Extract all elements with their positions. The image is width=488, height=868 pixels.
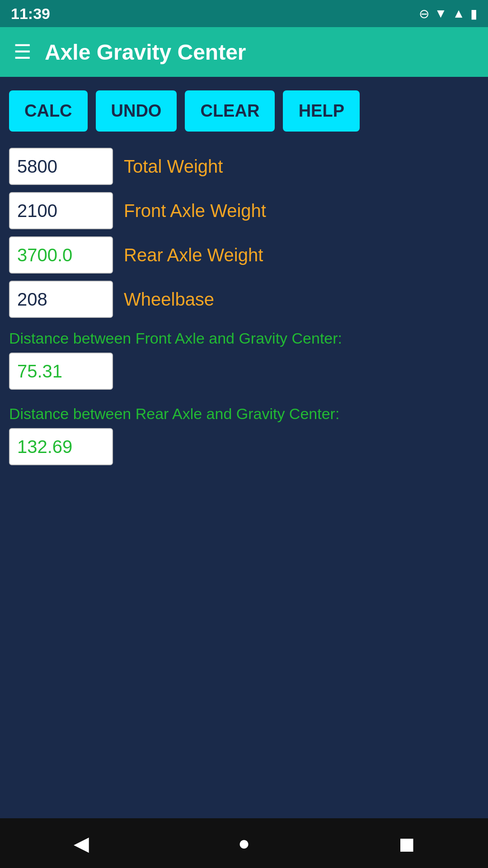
toolbar: CALC UNDO CLEAR HELP (9, 90, 479, 132)
status-time: 11:39 (11, 5, 50, 23)
total-weight-label: Total Weight (124, 156, 223, 177)
rear-axle-weight-input[interactable] (9, 236, 113, 274)
front-axle-weight-row: Front Axle Weight (9, 192, 479, 229)
app-bar: ☰ Axle Gravity Center (0, 27, 488, 77)
wifi-icon: ▼ (435, 6, 447, 21)
wheelbase-input[interactable] (9, 281, 113, 318)
clear-button[interactable]: CLEAR (185, 90, 275, 132)
recent-button[interactable]: ◼ (389, 825, 425, 861)
notification-icon: ⊖ (419, 6, 429, 21)
help-button[interactable]: HELP (283, 90, 360, 132)
rear-axle-weight-row: Rear Axle Weight (9, 236, 479, 274)
wheelbase-label: Wheelbase (124, 289, 214, 310)
front-distance-label: Distance between Front Axle and Gravity … (9, 330, 479, 347)
rear-distance-value (9, 428, 113, 465)
total-weight-input[interactable] (9, 148, 113, 185)
undo-button[interactable]: UNDO (96, 90, 177, 132)
front-axle-weight-input[interactable] (9, 192, 113, 229)
battery-icon: ▮ (470, 6, 477, 21)
status-icons: ⊖ ▼ ▲ ▮ (419, 6, 477, 21)
main-content: CALC UNDO CLEAR HELP Total Weight Front … (0, 77, 488, 818)
front-axle-weight-label: Front Axle Weight (124, 201, 266, 221)
front-distance-value (9, 353, 113, 390)
signal-icon: ▲ (452, 6, 465, 21)
home-button[interactable]: ● (226, 825, 262, 861)
calc-button[interactable]: CALC (9, 90, 88, 132)
rear-axle-weight-label: Rear Axle Weight (124, 245, 263, 265)
wheelbase-row: Wheelbase (9, 281, 479, 318)
menu-icon[interactable]: ☰ (14, 42, 31, 62)
front-distance-row (9, 353, 479, 393)
total-weight-row: Total Weight (9, 148, 479, 185)
status-bar: 11:39 ⊖ ▼ ▲ ▮ (0, 0, 488, 27)
back-button[interactable]: ◀ (63, 825, 99, 861)
rear-distance-row (9, 428, 479, 469)
nav-bar: ◀ ● ◼ (0, 818, 488, 868)
rear-distance-label: Distance between Rear Axle and Gravity C… (9, 405, 479, 423)
app-title: Axle Gravity Center (45, 40, 246, 65)
